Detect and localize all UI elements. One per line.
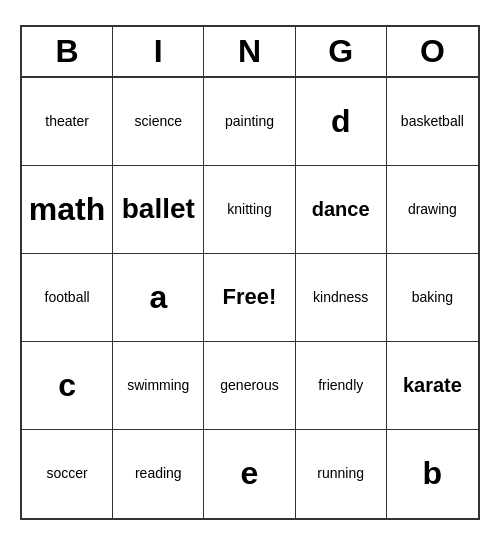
cell-text: a	[149, 278, 167, 316]
bingo-cell[interactable]: swimming	[113, 342, 204, 430]
bingo-cell[interactable]: Free!	[204, 254, 295, 342]
bingo-cell[interactable]: reading	[113, 430, 204, 518]
bingo-cell[interactable]: d	[296, 78, 387, 166]
cell-text: generous	[220, 377, 278, 394]
cell-text: b	[423, 454, 443, 492]
bingo-cell[interactable]: drawing	[387, 166, 478, 254]
bingo-cell[interactable]: math	[22, 166, 113, 254]
cell-text: swimming	[127, 377, 189, 394]
bingo-cell[interactable]: friendly	[296, 342, 387, 430]
cell-text: d	[331, 102, 351, 140]
cell-text: ballet	[122, 192, 195, 226]
cell-text: football	[45, 289, 90, 306]
bingo-header: BINGO	[22, 27, 478, 78]
header-letter: I	[113, 27, 204, 76]
bingo-cell[interactable]: ballet	[113, 166, 204, 254]
cell-text: dance	[312, 197, 370, 221]
bingo-cell[interactable]: baking	[387, 254, 478, 342]
header-letter: B	[22, 27, 113, 76]
cell-text: c	[58, 366, 76, 404]
cell-text: reading	[135, 465, 182, 482]
bingo-cell[interactable]: theater	[22, 78, 113, 166]
bingo-cell[interactable]: a	[113, 254, 204, 342]
cell-text: friendly	[318, 377, 363, 394]
bingo-card: BINGO theatersciencepaintingdbasketballm…	[20, 25, 480, 520]
bingo-cell[interactable]: karate	[387, 342, 478, 430]
bingo-cell[interactable]: painting	[204, 78, 295, 166]
bingo-cell[interactable]: knitting	[204, 166, 295, 254]
bingo-cell[interactable]: soccer	[22, 430, 113, 518]
cell-text: running	[317, 465, 364, 482]
bingo-cell[interactable]: generous	[204, 342, 295, 430]
cell-text: science	[135, 113, 182, 130]
cell-text: drawing	[408, 201, 457, 218]
bingo-cell[interactable]: football	[22, 254, 113, 342]
cell-text: math	[29, 190, 105, 228]
cell-text: baking	[412, 289, 453, 306]
cell-text: knitting	[227, 201, 271, 218]
cell-text: theater	[45, 113, 89, 130]
bingo-cell[interactable]: running	[296, 430, 387, 518]
bingo-cell[interactable]: dance	[296, 166, 387, 254]
cell-text: e	[241, 454, 259, 492]
bingo-cell[interactable]: basketball	[387, 78, 478, 166]
bingo-cell[interactable]: science	[113, 78, 204, 166]
bingo-cell[interactable]: kindness	[296, 254, 387, 342]
header-letter: G	[296, 27, 387, 76]
bingo-cell[interactable]: e	[204, 430, 295, 518]
cell-text: kindness	[313, 289, 368, 306]
cell-text: basketball	[401, 113, 464, 130]
header-letter: O	[387, 27, 478, 76]
bingo-cell[interactable]: c	[22, 342, 113, 430]
bingo-cell[interactable]: b	[387, 430, 478, 518]
cell-text: karate	[403, 373, 462, 397]
cell-text: soccer	[46, 465, 87, 482]
bingo-grid: theatersciencepaintingdbasketballmathbal…	[22, 78, 478, 518]
header-letter: N	[204, 27, 295, 76]
cell-text: painting	[225, 113, 274, 130]
cell-text: Free!	[223, 284, 277, 310]
